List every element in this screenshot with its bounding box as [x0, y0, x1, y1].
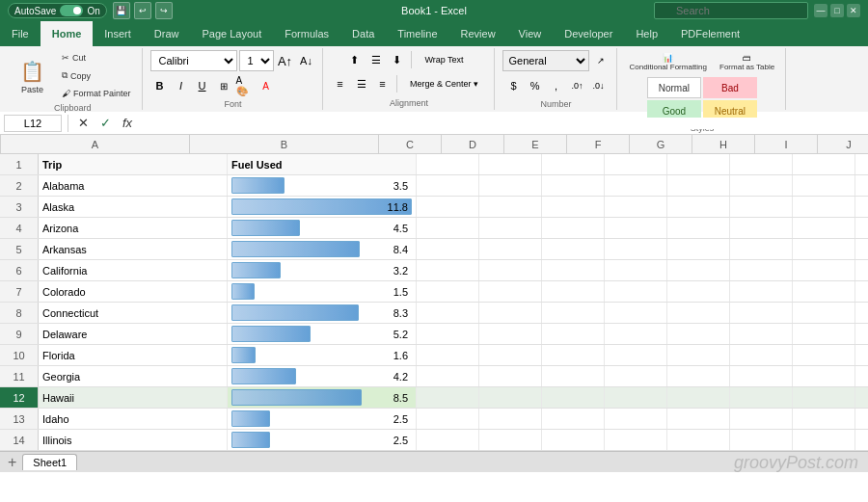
formula-input[interactable]	[140, 118, 864, 129]
cell-j[interactable]	[855, 281, 868, 302]
col-header-e[interactable]: E	[504, 135, 567, 153]
cell-i[interactable]	[793, 239, 855, 259]
align-bottom-btn[interactable]: ⬇	[388, 50, 407, 69]
cell-g[interactable]	[667, 366, 730, 386]
cell-b[interactable]: 3.5	[228, 175, 417, 196]
cell-i[interactable]	[793, 409, 855, 429]
cell-j[interactable]	[855, 303, 868, 323]
cell-b[interactable]: 4.2	[228, 366, 417, 386]
cell-a[interactable]: Arizona	[39, 218, 228, 238]
cell-h[interactable]	[730, 366, 793, 386]
paste-button[interactable]: 📋 Paste	[10, 55, 55, 97]
cell-j[interactable]	[855, 239, 868, 259]
style-normal-btn[interactable]: Normal	[647, 77, 701, 98]
format-as-table-btn[interactable]: 🗃 Format as Table	[715, 50, 779, 74]
tab-page-layout[interactable]: Page Layout	[190, 21, 273, 46]
cell-b[interactable]: 8.5	[228, 387, 417, 408]
cell-c[interactable]	[417, 387, 479, 408]
cell-j[interactable]	[855, 175, 868, 196]
cell-j[interactable]	[855, 260, 868, 280]
cell-g[interactable]	[667, 154, 730, 174]
cell-d[interactable]	[479, 175, 542, 196]
decrease-font-btn[interactable]: A↓	[297, 51, 316, 70]
percent-btn[interactable]: %	[526, 76, 545, 95]
cell-f[interactable]	[605, 175, 667, 196]
cell-j[interactable]	[855, 154, 868, 174]
cell-e[interactable]	[542, 303, 605, 323]
cell-f[interactable]	[605, 154, 667, 174]
cell-g[interactable]	[667, 175, 730, 196]
cell-g[interactable]	[667, 218, 730, 238]
font-name-select[interactable]: Calibri	[150, 50, 237, 71]
italic-btn[interactable]: I	[172, 76, 191, 95]
cell-e[interactable]	[542, 409, 605, 429]
cell-g[interactable]	[667, 345, 730, 365]
merge-center-btn[interactable]: Merge & Center ▾	[401, 74, 488, 93]
col-header-g[interactable]: G	[630, 135, 692, 153]
fill-color-btn[interactable]: A🎨	[235, 76, 255, 95]
cell-e[interactable]	[542, 197, 605, 217]
style-bad-btn[interactable]: Bad	[703, 77, 757, 98]
sheet-tab-1[interactable]: Sheet1	[22, 454, 77, 470]
cell-f[interactable]	[605, 387, 667, 408]
cell-g[interactable]	[667, 387, 730, 408]
cell-g[interactable]	[667, 324, 730, 344]
cell-b[interactable]: 2.5	[228, 409, 417, 429]
cell-d[interactable]	[479, 239, 542, 259]
cell-h[interactable]	[730, 387, 793, 408]
align-middle-btn[interactable]: ☰	[366, 50, 386, 69]
cut-button[interactable]: ✂ Cut	[57, 50, 136, 66]
cell-j[interactable]	[855, 409, 868, 429]
cell-c[interactable]	[417, 197, 479, 217]
cell-b[interactable]: 1.5	[228, 281, 417, 302]
cell-c[interactable]	[417, 303, 479, 323]
cell-e[interactable]	[542, 281, 605, 302]
cell-i[interactable]	[793, 345, 855, 365]
cell-f[interactable]	[605, 218, 667, 238]
cell-f[interactable]	[605, 409, 667, 429]
underline-btn[interactable]: U	[193, 76, 212, 95]
cell-f[interactable]	[605, 345, 667, 365]
cell-b[interactable]: 1.6	[228, 345, 417, 365]
cell-b[interactable]: 4.5	[228, 218, 417, 238]
cell-j[interactable]	[855, 197, 868, 217]
row-header[interactable]: 7	[0, 281, 39, 302]
row-header[interactable]: 5	[0, 239, 39, 259]
cell-h[interactable]	[730, 345, 793, 365]
cell-i[interactable]	[793, 387, 855, 408]
cell-g[interactable]	[667, 197, 730, 217]
cell-b[interactable]: 11.8	[228, 197, 417, 217]
cell-h[interactable]	[730, 324, 793, 344]
search-input[interactable]	[654, 2, 808, 19]
cell-e[interactable]	[542, 260, 605, 280]
cell-c[interactable]	[417, 345, 479, 365]
new-sheet-btn[interactable]: +	[4, 454, 20, 471]
increase-decimal-btn[interactable]: .0↑	[568, 76, 587, 95]
cell-a[interactable]: Connecticut	[39, 303, 228, 323]
cell-g[interactable]	[667, 281, 730, 302]
col-header-d[interactable]: D	[442, 135, 504, 153]
cell-h[interactable]	[730, 409, 793, 429]
cell-g[interactable]	[667, 260, 730, 280]
save-icon[interactable]: 💾	[113, 2, 130, 19]
cell-f[interactable]	[605, 260, 667, 280]
cell-d[interactable]	[479, 197, 542, 217]
cell-h[interactable]	[730, 175, 793, 196]
row-header[interactable]: 9	[0, 324, 39, 344]
col-header-a[interactable]: A	[1, 135, 190, 153]
align-center-btn[interactable]: ☰	[352, 74, 371, 93]
cell-j[interactable]	[855, 366, 868, 386]
cell-a[interactable]: Arkansas	[39, 239, 228, 259]
cell-j[interactable]	[855, 387, 868, 408]
cell-g[interactable]	[667, 409, 730, 429]
cell-h[interactable]	[730, 197, 793, 217]
cell-a[interactable]: Alaska	[39, 197, 228, 217]
cell-i[interactable]	[793, 175, 855, 196]
tab-formulas[interactable]: Formulas	[273, 21, 340, 46]
cell-h[interactable]	[730, 239, 793, 259]
cell-f[interactable]	[605, 281, 667, 302]
cell-e[interactable]	[542, 324, 605, 344]
font-color-btn[interactable]: A	[257, 76, 276, 95]
close-btn[interactable]: ✕	[847, 4, 860, 17]
cell-h[interactable]	[730, 260, 793, 280]
